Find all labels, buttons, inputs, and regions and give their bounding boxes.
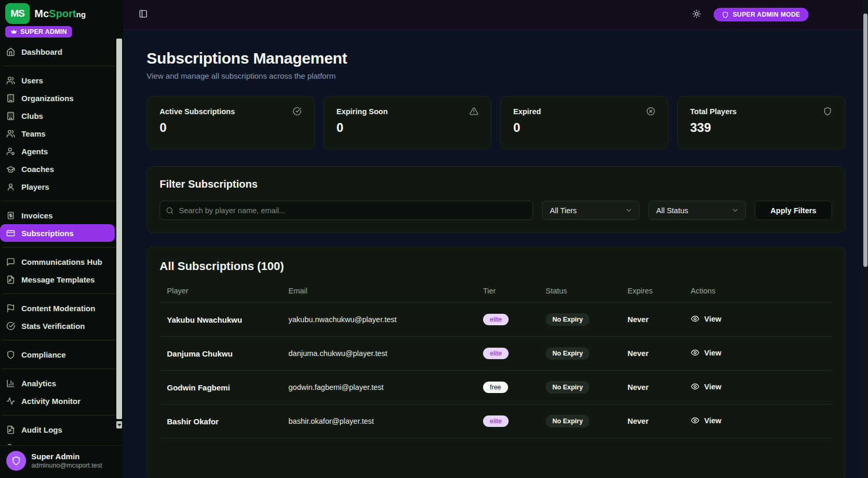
nav-divider: [2, 340, 121, 340]
brand-logo[interactable]: MS McSportng: [5, 3, 118, 24]
sidebar-item-audit-logs[interactable]: Audit Logs: [0, 421, 123, 438]
check-circle-icon: [6, 322, 15, 330]
table-row: Yakubu Nwachukwuyakubu.nwachukwu@player.…: [160, 303, 832, 337]
column-header-player: Player: [160, 287, 288, 295]
nav-divider: [2, 247, 121, 248]
stat-card-expiring-soon: Expiring Soon0: [323, 96, 491, 150]
message-square-icon: [6, 258, 15, 266]
sidebar-item-label: Teams: [21, 129, 45, 138]
status-badge: No Expiry: [546, 313, 589, 326]
check-circle-icon: [293, 107, 302, 116]
sidebar: MS McSportng SUPER ADMIN DashboardUsersO…: [0, 0, 123, 478]
stats-grid: Active Subscriptions0Expiring Soon0Expir…: [147, 96, 845, 150]
sidebar-item-analytics[interactable]: Analytics: [0, 374, 123, 392]
file-search-icon: [6, 425, 15, 434]
sidebar-item-invoices[interactable]: Invoices: [0, 206, 123, 224]
table-row: Godwin Fagbemigodwin.fagbemi@player.test…: [160, 371, 832, 405]
tier-badge: free: [483, 382, 508, 393]
theme-toggle-button[interactable]: [690, 7, 703, 22]
home-icon: [6, 47, 15, 56]
sidebar-item-label: Message Templates: [21, 275, 95, 284]
activity-icon: [6, 397, 15, 406]
stat-value: 0: [513, 120, 655, 135]
tier-select[interactable]: All Tiers: [542, 201, 640, 220]
stat-value: 0: [160, 120, 302, 135]
sidebar-scrollbar-down-arrow[interactable]: [116, 421, 122, 428]
player-name: Godwin Fagbemi: [160, 383, 288, 392]
user-gear-icon: [6, 147, 15, 156]
view-button[interactable]: View: [691, 382, 721, 391]
stat-label: Expired: [513, 107, 541, 116]
sidebar-item-organizations[interactable]: Organizations: [0, 89, 123, 107]
credit-card-icon: [6, 229, 15, 238]
stat-value: 0: [336, 120, 478, 135]
nav-divider: [2, 66, 121, 66]
user-email: adminuno@mcsport.test: [31, 461, 102, 470]
stat-card-total-players: Total Players339: [677, 96, 845, 150]
sidebar-item-label: Stats Verification: [21, 322, 85, 330]
users-icon: [6, 76, 15, 85]
sidebar-item-impersonate-user[interactable]: Impersonate User: [0, 438, 123, 445]
chevron-down-icon: [731, 206, 739, 214]
view-button[interactable]: View: [691, 416, 721, 425]
stat-card-active-subscriptions: Active Subscriptions0: [147, 96, 315, 150]
topbar: SUPER ADMIN MODE: [123, 0, 868, 30]
sidebar-item-content-moderation[interactable]: Content Moderation: [0, 299, 123, 317]
chevron-down-icon: [625, 206, 633, 214]
search-input[interactable]: [160, 201, 533, 220]
sidebar-nav: DashboardUsersOrganizationsClubsTeamsAge…: [0, 40, 123, 445]
nav-divider: [2, 293, 121, 294]
sidebar-item-label: Compliance: [21, 350, 66, 359]
sidebar-item-teams[interactable]: Teams: [0, 125, 123, 142]
nav-divider: [2, 369, 121, 369]
player-name: Bashir Okafor: [160, 417, 288, 426]
main-area: SUPER ADMIN MODE Subscriptions Managemen…: [123, 0, 868, 478]
sidebar-item-label: Clubs: [21, 112, 43, 120]
search-icon: [166, 206, 174, 214]
window-scrollbar-thumb[interactable]: [863, 14, 867, 267]
sidebar-user[interactable]: Super Admin adminuno@mcsport.test: [0, 445, 123, 478]
sidebar-item-players[interactable]: Players: [0, 178, 123, 195]
user-info: Super Admin adminuno@mcsport.test: [31, 452, 102, 470]
sidebar-scrollbar-thumb[interactable]: [116, 39, 122, 419]
player-email: danjuma.chukwu@player.test: [288, 349, 483, 358]
sidebar-item-activity-monitor[interactable]: Activity Monitor: [0, 392, 123, 410]
sidebar-item-clubs[interactable]: Clubs: [0, 107, 123, 125]
sidebar-item-subscriptions[interactable]: Subscriptions: [0, 224, 115, 242]
view-button[interactable]: View: [691, 348, 721, 357]
crown-icon: [10, 29, 17, 35]
sidebar-item-label: Invoices: [21, 211, 53, 220]
sidebar-scrollbar[interactable]: [116, 39, 122, 431]
stat-card-expired: Expired0: [500, 96, 668, 150]
column-header-expires: Expires: [628, 287, 691, 295]
sidebar-item-stats-verification[interactable]: Stats Verification: [0, 317, 123, 335]
player-email: bashir.okafor@player.test: [288, 417, 483, 425]
sidebar-toggle-button[interactable]: [137, 7, 150, 22]
brand-name-mc: Mc: [34, 8, 49, 19]
sidebar-item-communications-hub[interactable]: Communications Hub: [0, 253, 123, 271]
sidebar-item-coaches[interactable]: Coaches: [0, 160, 123, 178]
table-header-row: PlayerEmailTierStatusExpiresActions: [160, 287, 832, 303]
avatar: [6, 451, 26, 471]
sidebar-item-label: Dashboard: [21, 47, 62, 56]
sidebar-item-label: Analytics: [21, 379, 56, 388]
sun-icon: [692, 9, 701, 20]
column-header-actions: Actions: [691, 287, 832, 295]
sidebar-item-dashboard[interactable]: Dashboard: [0, 43, 123, 60]
eye-icon: [691, 416, 700, 425]
sidebar-item-compliance[interactable]: Compliance: [0, 346, 123, 363]
tier-badge: elite: [483, 415, 509, 427]
super-admin-mode-badge: SUPER ADMIN MODE: [714, 8, 809, 21]
player-email: godwin.fagbemi@player.test: [288, 383, 483, 391]
brand-name-ng: ng: [76, 10, 86, 19]
view-button-label: View: [704, 383, 721, 391]
eye-icon: [691, 382, 700, 391]
sidebar-item-users[interactable]: Users: [0, 71, 123, 89]
view-button[interactable]: View: [691, 314, 721, 323]
sidebar-item-message-templates[interactable]: Message Templates: [0, 271, 123, 288]
sidebar-item-label: Audit Logs: [21, 425, 62, 434]
status-select[interactable]: All Status: [648, 201, 746, 220]
sidebar-item-agents[interactable]: Agents: [0, 142, 123, 160]
window-scrollbar[interactable]: [863, 0, 868, 478]
apply-filters-button[interactable]: Apply Filters: [755, 201, 832, 220]
